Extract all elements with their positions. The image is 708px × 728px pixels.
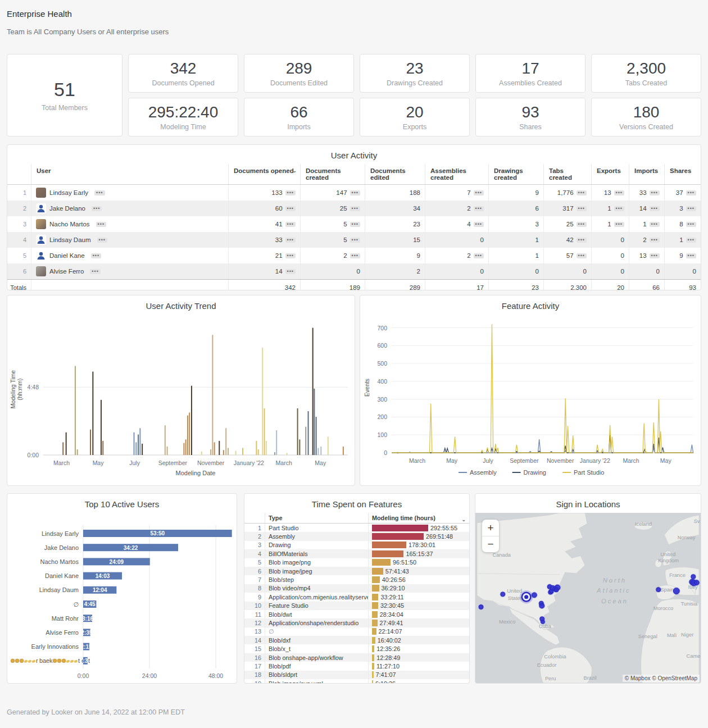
- column-header-type[interactable]: Type: [265, 513, 368, 523]
- trend-bar[interactable]: [77, 449, 78, 455]
- metric-cell[interactable]: 9•••: [664, 248, 701, 263]
- feature-type[interactable]: Blob/pdf: [265, 662, 368, 670]
- metric-cell[interactable]: 1•••: [629, 216, 664, 232]
- metric-cell[interactable]: 21•••: [228, 248, 300, 263]
- metric-cell[interactable]: 9: [488, 185, 543, 201]
- metric-cell[interactable]: 0: [488, 263, 543, 279]
- metric-cell[interactable]: 25•••: [300, 201, 365, 216]
- trend-bar[interactable]: [212, 335, 213, 455]
- signin-marker[interactable]: [691, 575, 696, 579]
- trend-bar[interactable]: [142, 444, 143, 455]
- drill-dots[interactable]: •••: [614, 206, 624, 211]
- trend-bar[interactable]: [242, 448, 243, 455]
- drill-dots[interactable]: •••: [650, 238, 660, 243]
- trend-bar[interactable]: [320, 447, 321, 455]
- time-cell[interactable]: 178:30:01: [368, 541, 469, 549]
- trend-bar[interactable]: [191, 386, 192, 455]
- trend-bar[interactable]: [201, 452, 202, 455]
- trend-bar[interactable]: [312, 328, 314, 455]
- drill-dots[interactable]: •••: [90, 269, 100, 274]
- trend-bar[interactable]: [66, 433, 67, 455]
- signin-marker[interactable]: [656, 588, 661, 592]
- metric-cell[interactable]: 0: [591, 248, 629, 263]
- time-cell[interactable]: 11:27:10: [368, 662, 469, 670]
- metric-cell[interactable]: 37•••: [664, 185, 701, 201]
- user-cell[interactable]: Lindsay Early•••: [31, 185, 228, 201]
- trend-bar[interactable]: [297, 408, 298, 455]
- column-header-documents-edited[interactable]: Documents edited: [365, 164, 425, 184]
- trend-bar[interactable]: [274, 452, 275, 455]
- trend-bar[interactable]: [228, 448, 229, 455]
- metric-cell[interactable]: 42•••: [543, 232, 591, 248]
- drill-dots[interactable]: •••: [474, 206, 484, 211]
- metric-cell[interactable]: 33•••: [228, 232, 300, 248]
- metric-cell[interactable]: 33•••: [629, 185, 664, 201]
- drill-dots[interactable]: •••: [650, 253, 660, 258]
- metric-cell[interactable]: 2•••: [300, 248, 365, 263]
- drill-dots[interactable]: •••: [577, 222, 587, 227]
- drill-dots[interactable]: •••: [650, 190, 660, 195]
- time-bar[interactable]: [372, 602, 378, 609]
- trend-bar[interactable]: [266, 441, 267, 455]
- drill-dots[interactable]: •••: [96, 222, 106, 227]
- metric-cell[interactable]: 15: [365, 232, 425, 248]
- metric-cell[interactable]: 2: [365, 263, 425, 279]
- drill-dots[interactable]: •••: [614, 222, 624, 227]
- metric-cell[interactable]: 1: [488, 232, 543, 248]
- metric-cell[interactable]: 188: [365, 185, 425, 201]
- time-bar[interactable]: [372, 671, 374, 678]
- signin-marker[interactable]: [501, 592, 505, 597]
- drill-dots[interactable]: •••: [686, 190, 696, 195]
- column-header-assemblies-created[interactable]: Assemblies created: [425, 164, 488, 184]
- time-cell[interactable]: 96:51:50: [368, 558, 469, 567]
- trend-bar[interactable]: [139, 428, 140, 455]
- trend-bar[interactable]: [90, 430, 91, 455]
- time-bar[interactable]: [372, 637, 375, 644]
- column-header-shares[interactable]: Shares: [664, 164, 701, 184]
- time-bar[interactable]: [372, 533, 424, 540]
- trend-bar[interactable]: [258, 449, 259, 455]
- trend-bar[interactable]: [305, 427, 306, 455]
- metric-cell[interactable]: 5•••: [300, 232, 365, 248]
- drill-dots[interactable]: •••: [577, 238, 587, 243]
- trend-bar[interactable]: [187, 416, 188, 455]
- column-header-tabs-created[interactable]: Tabs created: [543, 164, 591, 184]
- user-cell[interactable]: Lindsay Daum•••: [31, 232, 228, 248]
- time-cell[interactable]: 269:51:48: [368, 532, 469, 540]
- drill-dots[interactable]: •••: [686, 206, 696, 211]
- column-header-modeling-time-hours-[interactable]: Modeling time (hours)⌄: [368, 513, 469, 523]
- drill-dots[interactable]: •••: [577, 253, 587, 258]
- metric-cell[interactable]: 13•••: [629, 248, 664, 263]
- metric-cell[interactable]: 147•••: [300, 185, 365, 201]
- metric-cell[interactable]: 1•••: [591, 201, 629, 216]
- metric-cell[interactable]: 57•••: [543, 248, 591, 263]
- time-cell[interactable]: 6:10:26: [368, 679, 469, 684]
- trend-bar[interactable]: [314, 389, 315, 455]
- trend-bar[interactable]: [235, 451, 237, 455]
- trend-bar[interactable]: [189, 413, 190, 455]
- feature-type[interactable]: Blob image/jpeg: [265, 567, 368, 575]
- trend-bar[interactable]: [92, 372, 93, 455]
- time-cell[interactable]: 33:29:11: [368, 593, 469, 601]
- trend-bar[interactable]: [308, 411, 309, 455]
- drill-dots[interactable]: •••: [577, 190, 587, 195]
- signin-marker[interactable]: [532, 593, 537, 598]
- metric-cell[interactable]: 0: [591, 263, 629, 279]
- user-cell[interactable]: Nacho Martos•••: [31, 216, 228, 232]
- trend-bar[interactable]: [135, 442, 137, 455]
- drill-dots[interactable]: •••: [92, 206, 102, 211]
- drill-dots[interactable]: •••: [650, 206, 660, 211]
- time-cell[interactable]: 27:49:41: [368, 618, 469, 627]
- trend-bar[interactable]: [343, 447, 344, 455]
- metric-cell[interactable]: 25•••: [543, 216, 591, 232]
- metric-cell[interactable]: 60•••: [228, 201, 300, 216]
- time-cell[interactable]: 57:41:43: [368, 567, 469, 575]
- drill-dots[interactable]: •••: [474, 222, 484, 227]
- drill-dots[interactable]: •••: [94, 190, 105, 195]
- trend-bar[interactable]: [101, 400, 102, 455]
- drill-dots[interactable]: •••: [350, 253, 360, 258]
- metric-cell[interactable]: 317•••: [543, 201, 591, 216]
- drill-dots[interactable]: •••: [650, 222, 660, 227]
- trend-bar[interactable]: [167, 447, 168, 455]
- time-bar[interactable]: [372, 550, 403, 557]
